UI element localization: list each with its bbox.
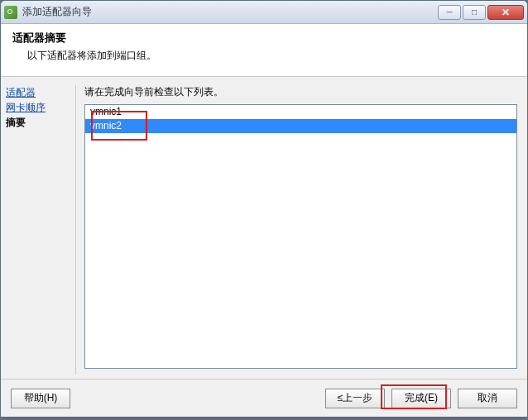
minimize-button[interactable]: ─ — [438, 5, 461, 20]
main-desc: 请在完成向导前检查以下列表。 — [84, 85, 517, 99]
body: 适配器 网卡顺序 摘要 请在完成向导前检查以下列表。 vmnic1 vmnic2 — [1, 77, 527, 383]
close-button[interactable]: ✕ — [487, 5, 524, 20]
list-item[interactable]: vmnic2 — [85, 119, 516, 133]
window-controls: ─ □ ✕ — [438, 5, 524, 20]
help-button[interactable]: 帮助(H) — [11, 389, 70, 408]
window-title: 添加适配器向导 — [22, 5, 92, 19]
header-desc: 以下适配器将添加到端口组。 — [27, 49, 516, 63]
titlebar[interactable]: 添加适配器向导 ─ □ ✕ — [1, 1, 527, 24]
footer-right: ≤上一步 完成(E) 取消 — [325, 389, 517, 408]
wizard-window: 添加适配器向导 ─ □ ✕ 适配器摘要 以下适配器将添加到端口组。 适配器 网卡… — [0, 0, 528, 418]
app-icon — [4, 6, 17, 19]
cancel-button[interactable]: 取消 — [458, 389, 517, 408]
back-button[interactable]: ≤上一步 — [325, 389, 385, 408]
header-title: 适配器摘要 — [12, 31, 516, 45]
sidebar-item-nic-order[interactable]: 网卡顺序 — [6, 100, 70, 115]
footer: 帮助(H) ≤上一步 完成(E) 取消 — [1, 379, 527, 417]
finish-button[interactable]: 完成(E) — [391, 389, 451, 408]
main-panel: 请在完成向导前检查以下列表。 vmnic1 vmnic2 — [76, 77, 527, 383]
maximize-button[interactable]: □ — [463, 5, 486, 20]
sidebar: 适配器 网卡顺序 摘要 — [1, 77, 75, 383]
header: 适配器摘要 以下适配器将添加到端口组。 — [1, 24, 527, 77]
adapter-list[interactable]: vmnic1 vmnic2 — [84, 104, 517, 369]
sidebar-item-adapter[interactable]: 适配器 — [6, 85, 70, 100]
list-item[interactable]: vmnic1 — [85, 105, 516, 119]
sidebar-item-summary[interactable]: 摘要 — [6, 115, 70, 130]
